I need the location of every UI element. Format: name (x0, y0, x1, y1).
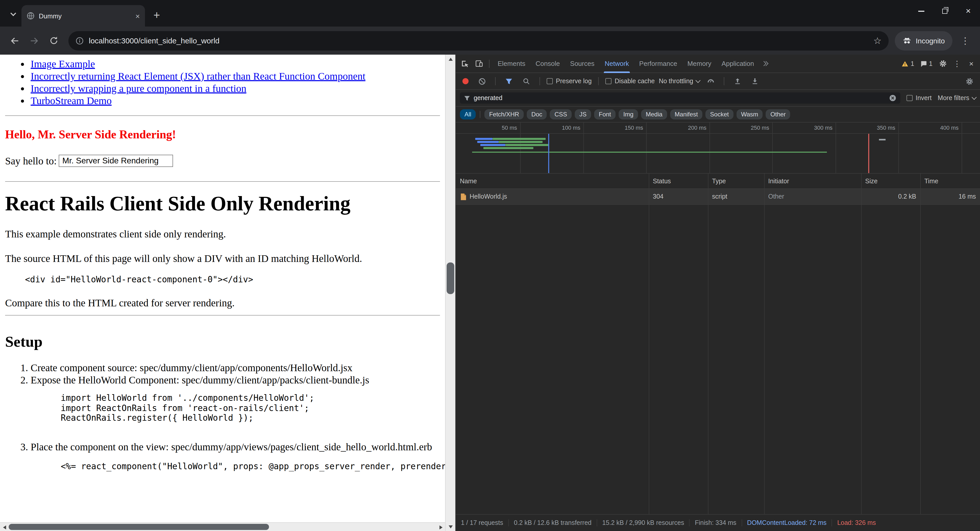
export-har-icon[interactable] (748, 75, 762, 88)
network-settings-icon[interactable] (963, 75, 976, 88)
link-incorrect-jsx[interactable]: Incorrectly returning React Element (JSX… (30, 70, 366, 82)
type-pill-wasm[interactable]: Wasm (737, 109, 763, 120)
more-tabs-button[interactable] (760, 62, 772, 65)
type-pill-img[interactable]: Img (619, 109, 638, 120)
requests-count: 1 / 17 requests (456, 519, 508, 526)
horizontal-scrollbar-thumb[interactable] (9, 524, 269, 530)
link-turbostream-demo[interactable]: TurboStream Demo (30, 95, 111, 106)
ruler-label: 200 ms (688, 124, 706, 131)
window-controls: × (910, 0, 980, 22)
scroll-right-button[interactable] (436, 523, 445, 531)
reload-button[interactable] (45, 32, 62, 49)
column-header-name[interactable]: Name (456, 177, 649, 185)
type-pill-media[interactable]: Media (641, 109, 667, 120)
devtools-tab-application[interactable]: Application (717, 54, 759, 73)
url-text: localhost:3000/client_side_hello_world (89, 36, 868, 45)
record-network-log-button[interactable] (463, 78, 469, 84)
setup-heading: Setup (5, 333, 440, 350)
network-request-row[interactable]: HelloWorld.js 304 script Other 0.2 kB 16… (456, 189, 980, 205)
type-pill-css[interactable]: CSS (550, 109, 572, 120)
invert-checkbox[interactable]: Invert (907, 94, 932, 102)
forward-button[interactable] (25, 32, 43, 49)
scroll-up-button[interactable] (445, 55, 456, 63)
paragraph: This example demonstrates client side on… (5, 228, 440, 240)
preserve-log-checkbox[interactable]: Preserve log (547, 78, 592, 85)
devtools-tab-elements[interactable]: Elements (493, 54, 530, 73)
setup-step: Expose the HelloWorld Component: spec/du… (30, 374, 440, 423)
load-event-marker (868, 134, 869, 173)
tab-title: Dummy (39, 12, 131, 20)
restore-window-button[interactable] (933, 0, 956, 22)
type-pill-js[interactable]: JS (575, 109, 591, 120)
type-pill-other[interactable]: Other (766, 109, 791, 120)
script-file-icon (460, 193, 466, 200)
network-filter-input[interactable]: generated (460, 92, 900, 104)
divider (598, 77, 599, 85)
column-header-time[interactable]: Time (920, 177, 980, 185)
vertical-scrollbar[interactable] (445, 55, 455, 531)
ruler-label: 100 ms (562, 124, 580, 131)
back-button[interactable] (6, 32, 24, 49)
devtools-tab-console[interactable]: Console (531, 54, 564, 73)
link-incorrect-wrapping[interactable]: Incorrectly wrapping a pure component in… (30, 83, 246, 94)
transferred-size: 0.2 kB / 12.6 kB transferred (509, 519, 597, 526)
dom-content-loaded-marker (548, 134, 549, 173)
import-har-icon[interactable] (731, 75, 744, 88)
warning-triangle-icon (901, 61, 908, 67)
devtools-tab-sources[interactable]: Sources (566, 54, 599, 73)
devtools-settings-icon[interactable] (936, 57, 950, 70)
new-tab-button[interactable]: + (149, 8, 164, 23)
column-header-status[interactable]: Status (649, 177, 708, 185)
search-icon[interactable] (520, 75, 533, 88)
network-overview-timeline[interactable]: 50 ms 100 ms 150 ms 200 ms 250 ms 300 ms… (456, 123, 980, 174)
browser-menu-button[interactable]: ⋮ (956, 32, 974, 49)
devtools-menu-icon[interactable]: ⋮ (950, 57, 964, 70)
hello-name-input[interactable] (59, 155, 173, 167)
arrow-left-icon (10, 36, 19, 45)
bookmark-star-icon[interactable]: ☆ (873, 35, 881, 46)
device-toolbar-icon[interactable] (472, 57, 485, 70)
devtools-tab-network[interactable]: Network (600, 54, 633, 73)
finish-time: Finish: 334 ms (690, 519, 741, 526)
more-filters-button[interactable]: More filters (938, 94, 976, 102)
network-conditions-icon[interactable] (704, 75, 717, 88)
type-pill-all[interactable]: All (460, 109, 476, 120)
issues-badge[interactable]: 1 (918, 60, 935, 67)
type-pill-manifest[interactable]: Manifest (670, 109, 703, 120)
devtools-close-icon[interactable]: × (965, 57, 978, 70)
horizontal-scrollbar[interactable] (0, 522, 445, 531)
link-image-example[interactable]: Image Example (30, 58, 95, 69)
column-header-size[interactable]: Size (861, 177, 920, 185)
devtools-tab-memory[interactable]: Memory (682, 54, 716, 73)
scroll-left-button[interactable] (0, 523, 9, 531)
close-window-button[interactable]: × (956, 0, 980, 22)
devtools-panel: Elements Console Sources Network Perform… (455, 55, 980, 531)
scroll-down-button[interactable] (445, 522, 456, 531)
tab-search-button[interactable] (6, 7, 21, 21)
browser-tab[interactable]: Dummy × (21, 5, 145, 27)
throttling-select[interactable]: No throttling (659, 78, 700, 85)
globe-favicon-icon (27, 12, 35, 20)
inspect-element-icon[interactable] (458, 57, 471, 70)
type-pill-font[interactable]: Font (594, 109, 616, 120)
waterfall-bar (480, 144, 505, 146)
list-item: TurboStream Demo (30, 94, 440, 107)
type-pill-doc[interactable]: Doc (527, 109, 547, 120)
type-pill-socket[interactable]: Socket (705, 109, 733, 120)
site-info-icon[interactable] (76, 37, 84, 45)
incognito-label: Incognito (916, 37, 945, 45)
tab-close-button[interactable]: × (135, 12, 140, 20)
warnings-badge[interactable]: 1 (899, 60, 917, 67)
devtools-tab-performance[interactable]: Performance (635, 54, 682, 73)
disable-cache-checkbox[interactable]: Disable cache (605, 78, 655, 85)
minimize-button[interactable] (910, 0, 933, 22)
address-bar[interactable]: localhost:3000/client_side_hello_world ☆ (68, 31, 889, 50)
type-pill-fetch-xhr[interactable]: Fetch/XHR (485, 109, 524, 120)
vertical-scrollbar-thumb[interactable] (447, 262, 454, 294)
column-header-type[interactable]: Type (708, 177, 764, 185)
filter-icon[interactable] (502, 75, 515, 88)
clear-network-log-icon[interactable] (475, 75, 488, 88)
column-header-initiator[interactable]: Initiator (764, 177, 861, 185)
clear-filter-icon[interactable] (889, 94, 896, 102)
waterfall-bar (499, 141, 542, 143)
